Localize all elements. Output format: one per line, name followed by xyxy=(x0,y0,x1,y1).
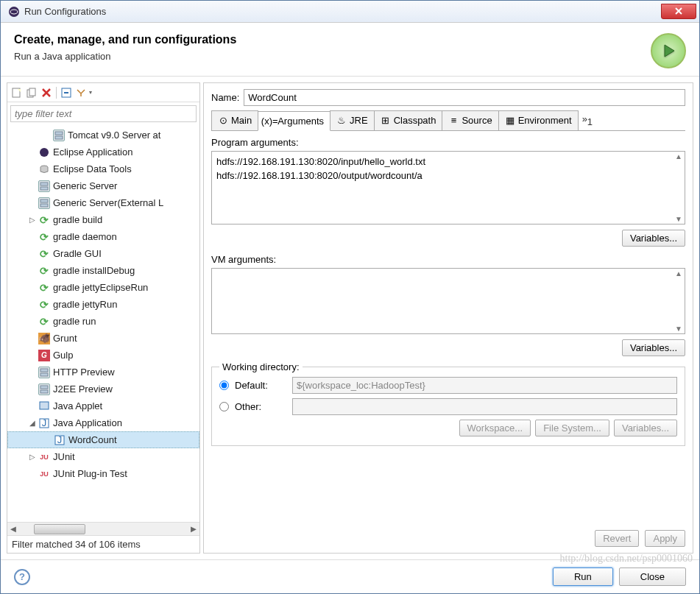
tree-toolbar: ▾ xyxy=(7,83,199,102)
tree-item-label: HTTP Preview xyxy=(53,367,115,378)
tab-label: Environment xyxy=(518,115,572,126)
tree-item-label: gradle installDebug xyxy=(53,265,135,276)
close-button[interactable]: Close xyxy=(619,568,686,586)
eclipse-icon xyxy=(8,6,20,18)
svg-text:J: J xyxy=(57,435,63,445)
other-dir-input[interactable] xyxy=(292,398,677,415)
tree-item-label: gradle build xyxy=(53,214,102,225)
vm-args-variables-button[interactable]: Variables... xyxy=(622,339,685,356)
program-args-input[interactable] xyxy=(211,151,685,224)
dialog-footer: ? Run Close xyxy=(1,559,699,593)
duplicate-config-icon[interactable] xyxy=(25,86,38,99)
other-dir-radio[interactable] xyxy=(219,402,229,411)
apply-button[interactable]: Apply xyxy=(645,530,685,547)
filter-status: Filter matched 34 of 106 items xyxy=(7,535,199,553)
svg-rect-4 xyxy=(29,88,35,96)
tree-item-gradle-build[interactable]: ▷⟳gradle build xyxy=(7,211,199,228)
workspace-button[interactable]: Workspace... xyxy=(459,420,531,436)
tree-item-gradle-gui[interactable]: ⟳Gradle GUI xyxy=(7,245,199,262)
svg-rect-17 xyxy=(40,390,48,393)
classpath-icon: ⊞ xyxy=(381,116,391,126)
revert-button[interactable]: Revert xyxy=(595,530,639,547)
tree-item-junit[interactable]: ▷JUJUnit xyxy=(7,448,199,465)
tree-item-label: gradle daemon xyxy=(53,231,117,242)
tree-item-generic-server[interactable]: Generic Server xyxy=(7,177,199,194)
run-button[interactable]: Run xyxy=(553,568,613,586)
scroll-down-icon[interactable]: ▼ xyxy=(674,325,684,335)
twisty-icon[interactable]: ◢ xyxy=(28,419,37,428)
tab-jre[interactable]: ♨JRE xyxy=(330,110,375,130)
tree-item-label: gradle jettyEclipseRun xyxy=(53,282,148,293)
tree-item-gradle-run[interactable]: ⟳gradle run xyxy=(7,313,199,330)
filter-icon[interactable] xyxy=(74,86,88,99)
tree-item-gradle-daemon[interactable]: ⟳gradle daemon xyxy=(7,228,199,245)
jre-icon: ♨ xyxy=(336,116,347,126)
tree-scrollbar[interactable]: ◄► xyxy=(7,522,199,535)
tree-item-eclipse-application[interactable]: Eclipse Application xyxy=(7,144,199,160)
tree-item-junit-plug-in-test[interactable]: JUJUnit Plug-in Test xyxy=(7,465,199,482)
svg-rect-18 xyxy=(40,402,49,409)
left-panel: ▾ Tomcat v9.0 Server atEclipse Applicati… xyxy=(7,82,200,554)
scroll-up-icon[interactable]: ▲ xyxy=(674,269,684,280)
working-directory-fieldset: Working directory: Default: Other: Works… xyxy=(211,367,685,446)
tree-item-http-preview[interactable]: HTTP Preview xyxy=(7,364,199,381)
window-close-button[interactable] xyxy=(661,4,696,19)
tree-item-generic-server-external-l[interactable]: Generic Server(External L xyxy=(7,194,199,211)
tree-item-label: Generic Server(External L xyxy=(53,197,163,208)
tree-item-gradle-jettyrun[interactable]: ⟳gradle jettyRun xyxy=(7,296,199,313)
filter-input[interactable] xyxy=(10,105,197,122)
filesystem-button[interactable]: File System... xyxy=(535,420,609,436)
tab-arguments[interactable]: (x)=Arguments xyxy=(258,111,330,131)
program-args-variables-button[interactable]: Variables... xyxy=(622,230,685,247)
tree-item-eclipse-data-tools[interactable]: Eclipse Data Tools xyxy=(7,160,199,177)
scroll-down-icon[interactable]: ▼ xyxy=(674,215,684,225)
tree-item-label: gradle run xyxy=(53,316,96,327)
default-dir-input xyxy=(292,377,677,394)
tab-label: Classpath xyxy=(394,115,436,126)
header-title: Create, manage, and run configurations xyxy=(14,33,651,46)
tree-item-gulp[interactable]: GGulp xyxy=(7,347,199,364)
default-dir-radio[interactable] xyxy=(219,381,229,390)
run-icon xyxy=(651,33,686,68)
main-icon: ⊙ xyxy=(218,116,228,126)
name-label: Name: xyxy=(211,92,239,103)
twisty-icon[interactable]: ▷ xyxy=(28,216,37,224)
tree-item-label: Generic Server xyxy=(53,180,117,191)
help-icon[interactable]: ? xyxy=(14,569,30,585)
vm-args-input[interactable] xyxy=(211,268,685,334)
tree-item-grunt[interactable]: 🐗Grunt xyxy=(7,330,199,347)
config-tree[interactable]: Tomcat v9.0 Server atEclipse Application… xyxy=(7,125,199,522)
tab-classpath[interactable]: ⊞Classpath xyxy=(374,110,443,130)
tab-source[interactable]: ≡Source xyxy=(442,110,498,130)
program-args-label: Program arguments: xyxy=(211,137,685,148)
svg-rect-11 xyxy=(40,187,48,190)
tree-item-label: JUnit xyxy=(53,451,75,462)
svg-point-8 xyxy=(40,148,49,157)
dialog-header: Create, manage, and run configurations R… xyxy=(1,23,699,77)
collapse-all-icon[interactable] xyxy=(60,86,73,99)
workdir-variables-button[interactable]: Variables... xyxy=(614,420,677,436)
svg-rect-6 xyxy=(55,132,63,135)
svg-rect-7 xyxy=(55,136,63,139)
twisty-icon[interactable]: ▷ xyxy=(28,453,37,462)
tree-item-tomcat-v9-0-server-at[interactable]: Tomcat v9.0 Server at xyxy=(7,127,199,144)
working-directory-legend: Working directory: xyxy=(219,361,303,372)
tree-item-java-applet[interactable]: Java Applet xyxy=(7,397,199,414)
tab-main[interactable]: ⊙Main xyxy=(211,110,258,130)
tab-overflow-icon[interactable]: »1 xyxy=(578,110,597,130)
tree-item-wordcount[interactable]: JWordCount xyxy=(7,431,199,448)
delete-config-icon[interactable] xyxy=(40,86,53,99)
tree-item-label: Eclipse Application xyxy=(53,146,132,158)
tree-item-java-application[interactable]: ◢JJava Application xyxy=(7,414,199,431)
tree-item-gradle-installdebug[interactable]: ⟳gradle installDebug xyxy=(7,262,199,279)
tab-label: Main xyxy=(231,115,252,126)
run-configurations-dialog: Run Configurations Create, manage, and r… xyxy=(0,0,700,594)
tab-environment[interactable]: ▦Environment xyxy=(498,110,579,130)
scroll-up-icon[interactable]: ▲ xyxy=(674,152,684,163)
tree-item-label: Tomcat v9.0 Server at xyxy=(68,130,160,141)
new-config-icon[interactable] xyxy=(10,86,24,99)
svg-rect-16 xyxy=(40,386,48,389)
name-input[interactable] xyxy=(244,89,685,106)
tree-item-gradle-jettyeclipserun[interactable]: ⟳gradle jettyEclipseRun xyxy=(7,279,199,296)
tree-item-j2ee-preview[interactable]: J2EE Preview xyxy=(7,381,199,397)
